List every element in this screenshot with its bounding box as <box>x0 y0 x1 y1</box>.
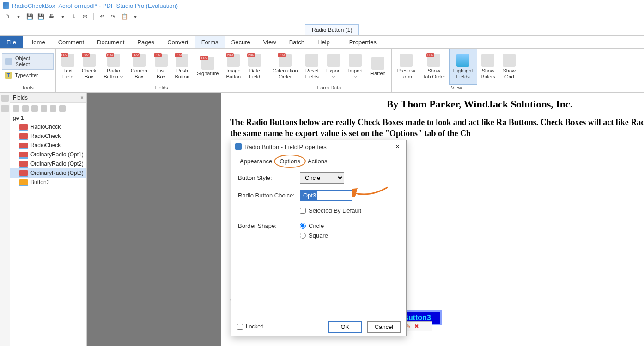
combo-box-icon <box>133 54 146 67</box>
export-button[interactable]: Export <box>322 49 345 85</box>
field-icon <box>19 161 28 167</box>
export-icon <box>327 54 340 67</box>
menu-home[interactable]: Home <box>23 36 52 48</box>
panel-tool-6[interactable] <box>59 105 66 112</box>
locked-checkbox[interactable] <box>237 324 243 330</box>
show-rulers-button[interactable]: ShowRulers <box>477 49 499 85</box>
preview-form-button[interactable]: PreviewForm <box>394 49 419 85</box>
panel-title: Fields <box>13 95 28 101</box>
panel-tool-2[interactable] <box>22 105 29 112</box>
object-select-button[interactable]: ObjectSelect <box>2 53 54 70</box>
dialog-close-icon[interactable]: × <box>393 143 402 151</box>
rail-icon-2[interactable] <box>1 105 9 112</box>
ribbon-group-tools: ObjectSelect T Typewriter Tools <box>0 49 56 92</box>
border-circle-radio[interactable] <box>300 223 306 229</box>
panel-header: Fields × <box>10 93 86 103</box>
open-icon[interactable]: ▾ <box>14 12 23 21</box>
tree-node-selected[interactable]: OrdinaryRadio (Opt3) <box>10 168 86 178</box>
radio-button-icon <box>107 54 120 67</box>
tab-options[interactable]: Options <box>276 156 304 167</box>
border-shape-label: Border Shape: <box>238 222 296 229</box>
panel-tool-3[interactable] <box>31 105 38 112</box>
menu-file[interactable]: File <box>0 36 23 48</box>
radio-choice-input[interactable] <box>300 190 352 201</box>
menubar: File Home Comment Document Pages Convert… <box>0 35 644 49</box>
document-tab[interactable]: Radio Button (1) <box>305 24 359 35</box>
signature-button[interactable]: Signature <box>193 49 222 85</box>
panel-close-icon[interactable]: × <box>80 95 84 101</box>
fields-tree: ge 1 RadioCheck RadioCheck RadioCheck Or… <box>10 114 86 346</box>
field-icon <box>19 152 28 157</box>
rail-icon-1[interactable] <box>1 95 9 102</box>
ok-button[interactable]: OK <box>328 321 362 333</box>
signature-icon <box>201 57 214 70</box>
redo-icon[interactable]: ↷ <box>109 12 118 21</box>
panel-tool-1[interactable] <box>13 105 19 112</box>
locked-label: Locked <box>246 323 264 330</box>
flatten-button[interactable]: Flatten <box>366 49 389 85</box>
date-field-button[interactable]: DateField <box>244 49 265 85</box>
menu-view[interactable]: View <box>257 36 283 48</box>
menu-comment[interactable]: Comment <box>52 36 91 48</box>
floatbar-delete-icon[interactable]: ✖ <box>414 323 421 329</box>
highlight-fields-button[interactable]: HighlightFields <box>449 49 477 85</box>
ribbon-group-label: Form Data <box>267 85 391 92</box>
push-button-button[interactable]: PushButton <box>171 49 194 85</box>
show-grid-button[interactable]: ShowGrid <box>499 49 519 85</box>
paste-icon[interactable]: 📋 <box>120 12 129 21</box>
border-square-label: Square <box>309 232 328 239</box>
new-icon[interactable]: 🗋 <box>3 12 12 21</box>
save-icon[interactable]: 💾 <box>25 12 34 21</box>
typewriter-icon: T <box>5 72 12 79</box>
border-square-radio[interactable] <box>300 233 306 239</box>
print-dd-icon[interactable]: ▾ <box>58 12 67 21</box>
tree-node[interactable]: RadioCheck <box>10 122 86 131</box>
button-style-select[interactable]: Circle <box>300 172 344 184</box>
menu-convert[interactable]: Convert <box>161 36 195 48</box>
menu-properties[interactable]: Properties <box>343 36 383 48</box>
tab-actions[interactable]: Actions <box>304 156 331 167</box>
floatbar-edit-icon[interactable]: ✎ <box>406 323 413 329</box>
paste-dd-icon[interactable]: ▾ <box>131 12 140 21</box>
dialog-titlebar[interactable]: Radio Button - Field Properties × <box>231 140 406 153</box>
print-icon[interactable]: 🖶 <box>47 12 56 21</box>
typewriter-button[interactable]: T Typewriter <box>2 70 54 81</box>
mail-icon[interactable]: ✉ <box>80 12 90 21</box>
dialog-body: Button Style: Circle Radio Button Choice… <box>231 167 406 317</box>
panel-tool-5[interactable] <box>50 105 56 112</box>
image-button-button[interactable]: ImageButton <box>222 49 244 85</box>
tree-node[interactable]: RadioCheck <box>10 141 86 150</box>
show-grid-icon <box>503 54 516 67</box>
dialog-footer: Locked OK Cancel <box>231 317 406 336</box>
tree-node[interactable]: Button3 <box>10 178 86 187</box>
menu-pages[interactable]: Pages <box>131 36 161 48</box>
combo-box-button[interactable]: ComboBox <box>127 49 151 85</box>
reset-fields-button[interactable]: ResetFields <box>302 49 322 85</box>
radio-button-button[interactable]: RadioButton <box>100 49 127 85</box>
check-box-button[interactable]: CheckBox <box>78 49 100 85</box>
scan-icon[interactable]: ⤓ <box>69 12 79 21</box>
menu-help[interactable]: Help <box>311 36 336 48</box>
show-tab-order-button[interactable]: ShowTab Order <box>419 49 449 85</box>
import-button[interactable]: Import <box>345 49 366 85</box>
menu-secure[interactable]: Secure <box>225 36 257 48</box>
text-field-icon <box>61 54 74 67</box>
menu-forms[interactable]: Forms <box>195 36 225 48</box>
tree-node[interactable]: OrdinaryRadio (Opt1) <box>10 150 86 159</box>
app-icon <box>3 2 9 9</box>
menu-document[interactable]: Document <box>91 36 131 48</box>
undo-icon[interactable]: ↶ <box>97 12 107 21</box>
image-button-icon <box>227 54 240 67</box>
menu-batch[interactable]: Batch <box>283 36 311 48</box>
text-field-button[interactable]: TextField <box>58 49 78 85</box>
tab-appearance[interactable]: Appearance <box>236 156 276 167</box>
tree-node[interactable]: RadioCheck <box>10 131 86 141</box>
selected-by-default-checkbox[interactable] <box>300 208 306 214</box>
saveall-icon[interactable]: 💾 <box>36 12 45 21</box>
list-box-button[interactable]: ListBox <box>151 49 171 85</box>
list-box-icon <box>155 54 168 67</box>
tree-node[interactable]: OrdinaryRadio (Opt2) <box>10 159 86 168</box>
calc-order-button[interactable]: CalculationOrder <box>269 49 301 85</box>
cancel-button[interactable]: Cancel <box>367 321 401 333</box>
panel-tool-4[interactable] <box>41 105 47 112</box>
